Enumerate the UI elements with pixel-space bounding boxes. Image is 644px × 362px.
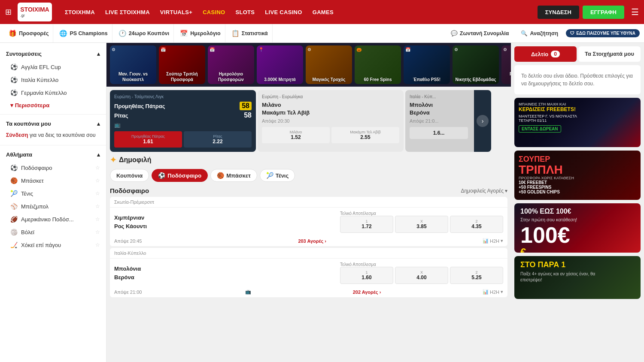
- sec-nav-right: 💬 Ζωντανή Συνομιλία 🔍 Αναζήτηση 🛡 ΕΔΩ ΠΑ…: [447, 29, 640, 37]
- my-coupons-label: Τα κουπόνια μου: [6, 121, 51, 127]
- coupon-24h-link[interactable]: 🕐 24ωρο Κουπόνι: [114, 24, 174, 42]
- odd-1-2[interactable]: 2 5.25: [450, 267, 503, 284]
- live-card-0[interactable]: Ευρώπη - Τσάμπιονς Λιγκ Προμηθέας Πάτρας…: [110, 90, 256, 152]
- shortcuts-section-title[interactable]: Συντομεύσεις: [0, 47, 106, 60]
- nav-live-stoixima[interactable]: LIVE ΣΤΟΙΧΗΜΑ: [101, 6, 154, 18]
- more-markets-link-0[interactable]: 203 Αγορές ›: [298, 238, 326, 244]
- banner-ps-cta[interactable]: ΕΝΤΑΣΕ ΔΩΡΕΑΝ: [519, 125, 561, 133]
- banner-ps-champions[interactable]: ΜΠΑΙΝΕΙΣ ΣΤΗ ΜΑΧΗ ΚΑΙ ΚΕΡΔΙΖΕΙΣ FREEBETS…: [514, 98, 641, 147]
- offers-link[interactable]: 🎁 Προσφορές: [4, 24, 53, 42]
- odd-1-1[interactable]: Χ 4.00: [395, 267, 448, 284]
- banner-ps-line4: ΤΕΤΑΡΤΗ 01/11: [519, 118, 636, 123]
- shortcuts-more-button[interactable]: ▾ Περισσότερα: [0, 99, 106, 112]
- promo-card-7[interactable]: ⚙ Νικητής Εβδομάδας: [453, 45, 499, 84]
- register-button[interactable]: ΕΓΓΡΑΦΗ: [583, 6, 624, 19]
- my-coupons-section-title[interactable]: Τα κουπόνια μου: [0, 117, 106, 130]
- live-card-2[interactable]: › Ιταλία - Κύπ... Μπολόνι Βερόνα Απόψε 2…: [405, 90, 491, 152]
- odd-0-0[interactable]: 1 1.72: [340, 216, 393, 233]
- main-nav-links: ΣΤΟΙΧΗΜΑ LIVE ΣΤΟΙΧΗΜΑ VIRTUALS+ CASINO …: [61, 6, 338, 18]
- sport-baseball[interactable]: ⚾ Μπέιζμπολ ☆: [0, 200, 106, 213]
- betslip-tab[interactable]: Δελτίο 0: [514, 46, 577, 62]
- signin-button[interactable]: ΣΥΝΔΕΣΗ: [538, 6, 579, 19]
- stats-link[interactable]: 📋 Στατιστικά: [227, 24, 273, 42]
- nav-games[interactable]: GAMES: [308, 6, 338, 18]
- promo-label-3: 3.000€ Μετρητά: [264, 77, 296, 82]
- live-team-row-0-t1: Προμηθέας Πάτρας 58: [114, 102, 252, 110]
- promo-card-5[interactable]: 🎃 60 Free Spins: [355, 45, 401, 84]
- sport-football[interactable]: ⚽ Ποδόσφαιρο ☆: [0, 161, 106, 174]
- grid-icon[interactable]: ⊞: [5, 7, 12, 17]
- nav-slots[interactable]: SLOTS: [231, 6, 259, 18]
- coupon-24h-label: 24ωρο Κουπόνι: [129, 30, 170, 36]
- promo-card-8[interactable]: ⚙ Pragmatic Buy Bonus: [501, 45, 511, 84]
- ps-champions-link[interactable]: 🌐 PS Champions: [55, 24, 112, 42]
- tab-football[interactable]: ⚽ Ποδόσφαιρο: [152, 169, 208, 182]
- my-bets-tab[interactable]: Τα Στοιχήματά μου: [578, 46, 641, 62]
- shortcut-italy-cup[interactable]: ⚽ Ιταλία Κύπελλο: [0, 73, 106, 86]
- center-content: ⚙ Μαν. Γιουν. vs Νιούκαστλ 📅 Σούπερ Τριπ…: [106, 43, 511, 362]
- popular-markets-dropdown[interactable]: Δημοφιλείς Αγορές: [461, 188, 507, 194]
- odd-value-0-2: 4.35: [471, 223, 481, 229]
- chevron-up-icon: [97, 51, 100, 57]
- calendar-icon: 📅: [180, 30, 188, 37]
- promo-label-0: Μαν. Γιουν. vs Νιούκαστλ: [112, 71, 155, 82]
- banner-para1[interactable]: ΣΤΟ ΠΑΡΑ 1 Παίξε 4+ αγώνες και αν χάσεις…: [514, 256, 641, 299]
- sport-tabs: Κουπόνια ⚽ Ποδόσφαιρο 🏀 Μπάσκετ 🎾 Τένις: [110, 169, 507, 182]
- banner-100-bonus[interactable]: 100% ΕΩΣ 100€ Στην πρώτη σου κατάθεση! 1…: [514, 203, 641, 253]
- more-markets-count-1: 202 Αγορές: [353, 290, 378, 295]
- shortcut-efl-cup[interactable]: ⚽ Αγγλία EFL Cup: [0, 60, 106, 73]
- market-name-1: Τελικό Αποτέλεσμα: [340, 262, 503, 267]
- promo-card-3[interactable]: 📍 3.000€ Μετρητά: [257, 45, 303, 84]
- odd-1-0[interactable]: 1 1.60: [340, 267, 393, 284]
- calendar-link[interactable]: 📅 Ημερολόγιο: [176, 24, 225, 42]
- nav-virtuals[interactable]: VIRTUALS+: [156, 6, 197, 18]
- live-time-1: Απόψε 20:30: [262, 118, 399, 124]
- live-odd-0-0[interactable]: Προμηθέας Πάτρας 1.61: [114, 131, 182, 148]
- volleyball-icon: 🏐: [10, 229, 18, 235]
- live-card-1[interactable]: Ευρώπη - Ευρωλίγκα Μιλάνο Μακάμπι Τελ Αβ…: [258, 90, 404, 152]
- sports-section-title[interactable]: Αθλήματα: [0, 148, 106, 161]
- sport-american-football[interactable]: 🏈 Αμερικάνικο Ποδόσ... ☆: [0, 213, 106, 226]
- search-button[interactable]: 🔍 Αναζήτηση: [516, 30, 562, 36]
- live-odd-1-0[interactable]: Μιλάνο 1.52: [262, 127, 330, 143]
- live-team2-2: Βερόνα: [410, 109, 430, 116]
- germany-cup-label: Γερμανία Κύπελλο: [21, 90, 67, 96]
- nav-live-casino[interactable]: LIVE CASINO: [261, 6, 306, 18]
- shortcuts-label: Συντομεύσεις: [6, 51, 42, 57]
- hamburger-icon[interactable]: ☰: [631, 7, 639, 17]
- live-odd-value-2-0: 1.6...: [433, 130, 445, 136]
- sport-basketball[interactable]: 🏀 Μπάσκετ ☆: [0, 174, 106, 187]
- live-next-arrow[interactable]: ›: [477, 115, 489, 127]
- live-odd-1-1[interactable]: Μακάμπι Τελ Αβίβ 2.55: [331, 127, 399, 143]
- chevron-right-icon-0: ›: [325, 238, 326, 244]
- odd-0-1[interactable]: Χ 3.85: [395, 216, 448, 233]
- tab-basketball[interactable]: 🏀 Μπάσκετ: [210, 169, 257, 182]
- live-chat-button[interactable]: 💬 Ζωντανή Συνομιλία: [447, 30, 513, 36]
- odd-0-2[interactable]: 2 4.35: [450, 216, 503, 233]
- stats-label: Στατιστικά: [242, 30, 268, 36]
- live-odd-0-1[interactable]: Ρίτας 2.22: [184, 131, 252, 148]
- shortcut-germany-cup[interactable]: ⚽ Γερμανία Κύπελλο: [0, 86, 106, 99]
- more-markets-link-1[interactable]: 202 Αγορές ›: [353, 290, 381, 295]
- promo-card-1[interactable]: 📅 Σούπερ Τριπλή Προσφορά: [159, 45, 205, 84]
- promo-card-0[interactable]: ⚙ Μαν. Γιουν. vs Νιούκαστλ: [110, 45, 156, 84]
- tab-coupons[interactable]: Κουπόνια: [110, 169, 149, 182]
- tab-tennis[interactable]: 🎾 Τένις: [260, 169, 295, 182]
- logo[interactable]: STOIXIMA .gr: [18, 3, 52, 21]
- sport-volleyball[interactable]: 🏐 Βόλεϊ ☆: [0, 226, 106, 238]
- promo-card-2[interactable]: 📅 Ημερολόγιο Προσφορών: [208, 45, 254, 84]
- live-odd-2-0[interactable]: 1.6...: [410, 127, 468, 139]
- h2h-button-1[interactable]: 📊 H2H: [483, 289, 503, 295]
- sport-tennis[interactable]: 🎾 Τένις ☆: [0, 187, 106, 200]
- signin-link[interactable]: Σύνδεση: [6, 132, 28, 138]
- promo-card-6[interactable]: 📅 Έπαθλο PS5!: [404, 45, 450, 84]
- nav-casino[interactable]: CASINO: [198, 6, 229, 18]
- nav-stoixima[interactable]: ΣΤΟΙΧΗΜΑ: [61, 6, 99, 18]
- banner-super-triple[interactable]: ΣΟΥΠΕΡ ΤΡΙΠΛΗ ΠΡΟΣΦΟΡΑ ΧΩΡΙΣ ΚΑΤΑΘΕΣΗ 10…: [514, 151, 641, 200]
- live-odd-label-1-0: Μιλάνο: [264, 130, 328, 134]
- h2h-button-0[interactable]: 📊 H2H: [483, 238, 503, 244]
- promo-card-4[interactable]: ⚙ Μαγικός Τροχός: [306, 45, 352, 84]
- more-label: Περισσότερα: [15, 102, 50, 109]
- match-footer-1: Απόψε 21:00 📺 202 Αγορές › 📊 H2H: [110, 287, 507, 297]
- sport-hockey[interactable]: 🏒 Χόκεϊ επί πάγου ☆: [0, 238, 106, 251]
